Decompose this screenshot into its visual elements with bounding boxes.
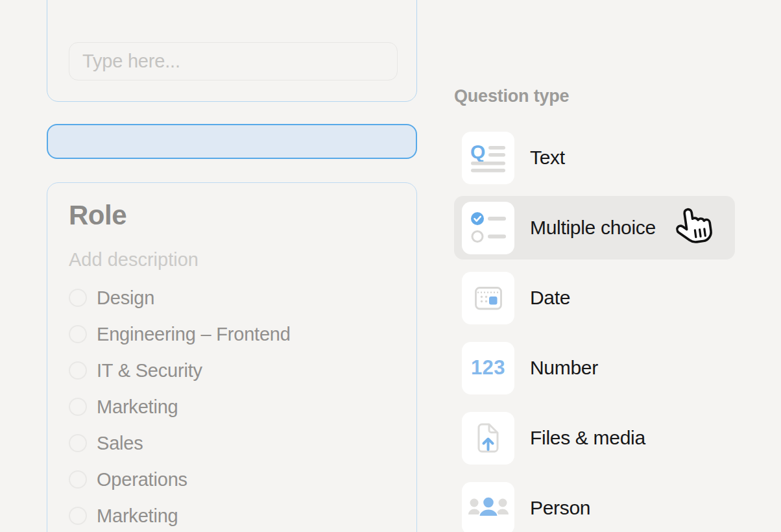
radio-icon[interactable] — [69, 398, 87, 416]
radio-icon[interactable] — [69, 289, 87, 307]
option-label: Sales — [97, 433, 143, 454]
option-row[interactable]: IT & Security — [69, 352, 397, 389]
menu-item-label: Date — [530, 287, 570, 309]
option-row[interactable]: Engineering – Frontend — [69, 316, 397, 352]
option-row[interactable]: Marketing — [69, 498, 397, 532]
multiple-choice-icon — [462, 202, 514, 254]
menu-item-files-media[interactable]: Files & media — [454, 406, 735, 470]
number-icon: 123 — [462, 342, 514, 394]
option-row[interactable]: Sales — [69, 425, 397, 461]
option-row[interactable]: Design — [69, 280, 397, 316]
option-row[interactable]: Marketing — [69, 389, 397, 425]
menu-item-label: Text — [530, 147, 565, 169]
menu-item-label: Person — [530, 497, 590, 519]
option-label: Marketing — [97, 396, 178, 418]
option-label: IT & Security — [97, 360, 202, 381]
question-type-heading: Question type — [454, 86, 569, 106]
selected-empty-block[interactable] — [47, 124, 417, 159]
option-label: Operations — [97, 469, 187, 490]
menu-item-label: Multiple choice — [530, 217, 656, 239]
role-question-card[interactable]: Role Add description Design Engineering … — [47, 182, 417, 532]
q-glyph: Q — [470, 142, 485, 162]
question-description-placeholder[interactable]: Add description — [69, 249, 397, 270]
radio-icon[interactable] — [69, 434, 87, 452]
menu-item-date[interactable]: Date — [454, 266, 735, 330]
question-text-input[interactable] — [69, 42, 398, 80]
123-glyph: 123 — [471, 356, 505, 380]
focused-question-card[interactable] — [47, 0, 417, 102]
menu-item-label: Files & media — [530, 427, 645, 449]
option-label: Engineering – Frontend — [97, 324, 291, 345]
radio-icon[interactable] — [69, 507, 87, 525]
option-list: Design Engineering – Frontend IT & Secur… — [69, 280, 397, 532]
calendar-icon — [462, 272, 514, 324]
hand-cursor — [673, 203, 718, 251]
people-icon — [462, 482, 514, 532]
radio-icon[interactable] — [69, 470, 87, 489]
radio-icon[interactable] — [69, 361, 87, 380]
menu-item-number[interactable]: 123 Number — [454, 336, 735, 400]
menu-item-label: Number — [530, 357, 598, 379]
option-label: Marketing — [97, 505, 178, 527]
menu-item-text[interactable]: Q Text — [454, 126, 735, 189]
radio-icon[interactable] — [69, 325, 87, 343]
option-label: Design — [97, 287, 154, 309]
file-upload-icon — [462, 412, 514, 465]
question-title[interactable]: Role — [69, 200, 397, 230]
option-row[interactable]: Operations — [69, 461, 397, 498]
question-type-menu: Q Text Multiple choice — [454, 126, 735, 532]
text-question-icon: Q — [462, 132, 514, 184]
menu-item-person[interactable]: Person — [454, 476, 735, 532]
